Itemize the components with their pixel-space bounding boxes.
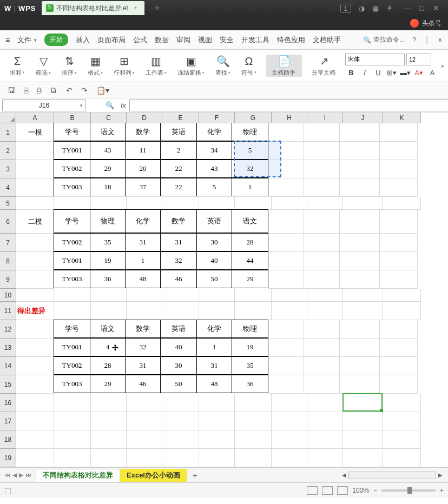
cell[interactable] <box>383 394 421 412</box>
row-header[interactable]: 12 <box>0 320 16 339</box>
cell[interactable] <box>199 197 235 210</box>
cell[interactable] <box>162 412 199 430</box>
cell[interactable]: 50 <box>160 375 197 393</box>
cell[interactable] <box>380 178 418 197</box>
row-header[interactable]: 1 <box>0 123 16 142</box>
cell[interactable]: 30 <box>160 356 197 375</box>
cell[interactable] <box>54 449 91 467</box>
cell[interactable]: 46 <box>160 270 197 288</box>
zoom-slider[interactable] <box>381 489 436 492</box>
cell[interactable]: 28 <box>232 233 268 251</box>
badge[interactable]: 1 <box>340 4 351 13</box>
menu-insert[interactable]: 插入 <box>76 35 90 45</box>
cell[interactable]: 5 <box>196 178 232 196</box>
cell[interactable] <box>340 123 380 142</box>
sheet-last[interactable]: ⏭ <box>25 472 31 479</box>
cell[interactable] <box>304 210 340 234</box>
worksheet-button[interactable]: ▥工作表 <box>140 55 172 77</box>
cell[interactable] <box>304 123 340 142</box>
row-header[interactable]: 2 <box>0 142 16 160</box>
cell[interactable]: 36 <box>90 270 126 288</box>
fontcolor-button[interactable]: A▾ <box>413 68 425 78</box>
cell[interactable]: 二模 <box>16 210 54 234</box>
cell[interactable]: 28 <box>90 356 126 375</box>
cell[interactable] <box>268 178 304 197</box>
menu-formula[interactable]: 公式 <box>133 35 147 45</box>
cell[interactable] <box>268 339 304 357</box>
cell[interactable]: 得出差异 <box>16 302 54 320</box>
cell[interactable] <box>343 302 383 320</box>
cell[interactable] <box>383 412 421 430</box>
cell[interactable]: 语文 <box>90 123 126 141</box>
cell[interactable] <box>343 289 383 302</box>
cell[interactable] <box>91 289 127 302</box>
cell[interactable] <box>16 289 54 302</box>
col-header[interactable]: F <box>199 112 235 123</box>
cell[interactable] <box>127 412 162 430</box>
cell[interactable]: 29 <box>90 375 126 393</box>
cell[interactable]: 4 <box>90 338 126 356</box>
cell[interactable]: 34 <box>196 141 232 160</box>
cell[interactable]: 40 <box>160 338 197 356</box>
cell[interactable]: 32 <box>232 160 268 178</box>
row-header[interactable]: 9 <box>0 270 16 289</box>
row-header[interactable]: 11 <box>0 302 16 320</box>
cell[interactable] <box>54 289 91 302</box>
cell[interactable] <box>91 197 127 210</box>
cell[interactable] <box>380 252 418 270</box>
cell[interactable] <box>16 375 54 394</box>
cell[interactable]: 30 <box>196 233 232 251</box>
cell[interactable]: 20 <box>125 160 161 178</box>
toutiao-label[interactable]: 头条号 <box>422 19 442 28</box>
cell[interactable] <box>199 394 235 412</box>
cell[interactable]: 36 <box>232 375 268 393</box>
cell[interactable]: 22 <box>160 160 197 178</box>
horizontal-scrollbar[interactable]: ◀▶ <box>340 471 448 480</box>
cell[interactable] <box>272 449 307 467</box>
cell[interactable] <box>199 430 235 449</box>
row-header[interactable]: 15 <box>0 375 16 394</box>
cell[interactable] <box>340 178 380 197</box>
cell[interactable]: 物理 <box>232 123 268 141</box>
cell[interactable] <box>343 449 383 467</box>
paste-icon[interactable]: 📋▾ <box>96 86 109 95</box>
col-header[interactable]: G <box>235 112 272 123</box>
menu-dev[interactable]: 开发工具 <box>241 35 269 45</box>
sheet-prev[interactable]: ◀ <box>12 472 17 479</box>
cell[interactable]: 31 <box>160 233 197 251</box>
cell[interactable] <box>127 430 162 449</box>
cell[interactable]: 数学 <box>125 320 161 338</box>
cell[interactable] <box>268 210 304 234</box>
cell[interactable] <box>16 234 54 252</box>
cell[interactable] <box>268 252 304 270</box>
close-button[interactable]: ✕ <box>433 4 439 12</box>
sheet-tab-1[interactable]: 不同结构表格对比差异 <box>36 469 120 482</box>
cell[interactable] <box>235 197 272 210</box>
cell[interactable] <box>304 375 340 394</box>
cell[interactable]: 2 <box>160 141 197 160</box>
page-view[interactable] <box>322 486 333 495</box>
cell[interactable]: 44 <box>232 251 268 270</box>
more-menu[interactable]: ⋮ <box>424 36 430 44</box>
font-select[interactable] <box>345 54 405 65</box>
cell[interactable] <box>340 252 380 270</box>
cell[interactable]: 英语 <box>196 209 232 233</box>
cell[interactable] <box>383 302 421 320</box>
cell[interactable] <box>16 339 54 357</box>
cell[interactable] <box>54 197 91 210</box>
cell[interactable]: 19 <box>90 251 126 270</box>
row-header[interactable]: 16 <box>0 394 16 412</box>
cell[interactable] <box>272 412 307 430</box>
cell[interactable] <box>380 210 418 234</box>
cell[interactable]: 31 <box>125 233 161 251</box>
cell[interactable] <box>127 289 162 302</box>
row-header[interactable]: 13 <box>0 339 16 357</box>
sheet-next[interactable]: ▶ <box>19 472 23 479</box>
cell[interactable] <box>340 375 380 394</box>
cell[interactable] <box>272 394 307 412</box>
fill-button[interactable]: ▬▾ <box>399 68 411 78</box>
cell[interactable]: TY003 <box>54 270 90 288</box>
row-header[interactable]: 19 <box>0 449 16 467</box>
cell[interactable] <box>380 339 418 357</box>
zoom-icon[interactable]: 🔍 <box>106 101 114 109</box>
